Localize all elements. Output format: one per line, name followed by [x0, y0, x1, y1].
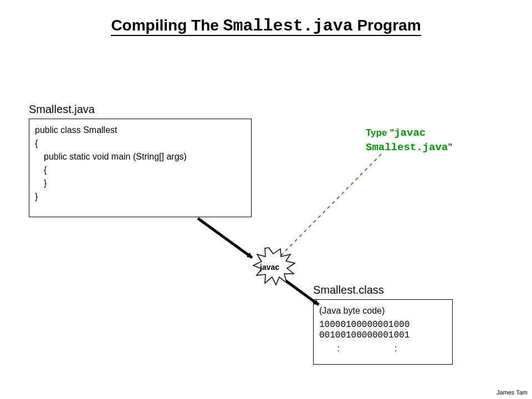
- title-prefix: Compiling The: [111, 17, 223, 34]
- annotation-type-word: Type: [366, 127, 390, 138]
- code-line-4: }: [44, 177, 245, 190]
- code-line-2: public static void main (String[] args): [44, 150, 245, 163]
- title-filename: Smallest.java: [223, 17, 353, 35]
- type-command-annotation: Type "javac Smallest.java": [366, 126, 477, 155]
- output-bytecode-box: (Java byte code) 10000100000001000 00100…: [313, 299, 453, 365]
- code-line-3: {: [44, 163, 245, 177]
- code-line-5: }: [35, 190, 245, 203]
- slide-title: Compiling The Smallest.java Program: [0, 17, 532, 35]
- bytecode-colon-1: :: [337, 344, 339, 353]
- annotation-quote-close: ": [448, 142, 452, 152]
- svg-marker-3: [253, 248, 295, 285]
- source-code-box: public class Smallest { public static vo…: [29, 119, 252, 217]
- bytecode-line-2: 00100100000001001: [319, 330, 447, 341]
- bytecode-line-1: 10000100000001000: [319, 320, 447, 330]
- code-line-1: {: [35, 137, 245, 150]
- bytecode-header: (Java byte code): [319, 304, 447, 318]
- code-line-0: public class Smallest: [35, 124, 245, 137]
- bytecode-colon-2: :: [395, 344, 397, 353]
- title-suffix: Program: [353, 17, 421, 34]
- svg-line-0: [198, 218, 252, 258]
- output-file-label: Smallest.class: [313, 284, 384, 296]
- compiler-node-label: javac: [260, 263, 279, 272]
- annotation-command-1: javac: [394, 127, 426, 139]
- svg-line-2: [280, 154, 381, 257]
- footer-author: James Tam: [497, 389, 528, 396]
- annotation-quote-open: ": [390, 127, 394, 138]
- annotation-command-2: Smallest.java: [366, 141, 448, 154]
- source-file-label: Smallest.java: [29, 103, 95, 116]
